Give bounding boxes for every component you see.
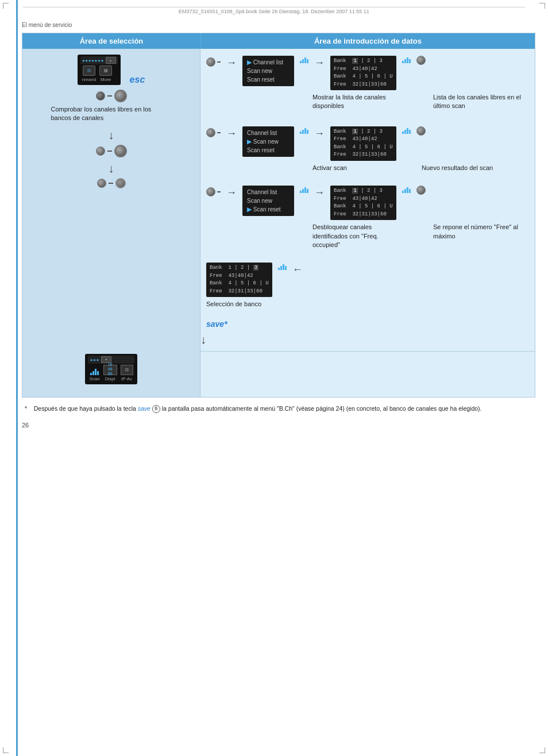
menu-s2: Channel list ▶ Scan new Scan reset xyxy=(242,126,294,157)
bars-s3 xyxy=(300,187,308,193)
footnote-text: Después de que haya pulsado la tecla xyxy=(34,405,136,412)
bank-selection-section: Bank 1 | 2 | 3 Free 43|40|42 Bank 4 | 5 … xyxy=(200,257,308,300)
desc-row-1: Mostrar la lista de canales disponibles … xyxy=(200,93,531,115)
knob-top-left xyxy=(96,91,105,101)
left-top-cell: ★★★★★★★ ▪ ⊟ nmand ▤ xyxy=(22,49,200,351)
section-1: → ▶ Channel list Scan new Scan reset xyxy=(200,49,431,93)
corner-mark-br xyxy=(539,747,545,753)
right-sections-cell: → ▶ Channel list Scan new Scan reset xyxy=(200,49,535,351)
knob-s1-left xyxy=(206,57,215,67)
right-desc2-s3: Se repone el número "Free" al máximo xyxy=(433,223,525,249)
header-right: Área de introducción de datos xyxy=(200,33,535,49)
arrow-right-to-bank-s1: → xyxy=(314,57,325,69)
save-row: save* xyxy=(200,315,233,333)
knob-s2-right xyxy=(416,126,426,136)
left-desc-1: Comprobar los canales libres en los banc… xyxy=(48,105,175,123)
desc-row-3: Desbloquear canales identificados con "F… xyxy=(200,223,531,254)
footnote-star: * xyxy=(25,405,27,412)
bars-s1 xyxy=(300,57,308,63)
section-3: → Channel list Scan new ▶ Scan reset xyxy=(200,180,431,223)
knob-s3-left xyxy=(206,187,215,196)
left-bottom-cell: ★★★ ▪ xyxy=(22,351,200,397)
knob-s3-right xyxy=(416,186,426,195)
knob-mid-left xyxy=(96,146,105,156)
bank-s3: Bank 1 | 2 | 3 Free 43|40|42 Bank 4 | 5 … xyxy=(330,186,396,220)
knob-mid2-left xyxy=(97,179,106,188)
bars-bank-sel xyxy=(278,264,287,270)
header-row: Área de selección Área de introducción d… xyxy=(22,33,535,49)
arrow-down-left: ↓ xyxy=(109,129,114,142)
header-left: Área de selección xyxy=(22,33,200,49)
breadcrumb: El menú de servicio xyxy=(22,22,535,28)
corner-mark-tl xyxy=(3,3,9,9)
top-section: ★★★★★★★ ▪ ⊟ nmand ▤ xyxy=(22,49,535,351)
knob-mid2 xyxy=(115,178,126,188)
right-desc-s1: Mostrar la lista de canales disponibles xyxy=(312,93,404,111)
knob-mid xyxy=(114,145,127,157)
corner-mark-bl xyxy=(3,747,9,753)
mid-arrow-1 xyxy=(357,115,535,118)
bars-s2-right xyxy=(402,128,411,134)
diagram-container: Área de selección Área de introducción d… xyxy=(22,33,535,398)
arrow-down-save: ↓ xyxy=(200,333,206,351)
bars-s2 xyxy=(300,128,308,134)
bars-s1-right xyxy=(402,57,411,63)
desc-row-2: Activar scan Nuevo resultado del scan xyxy=(200,164,499,177)
bank-selection: Bank 1 | 2 | 3 Free 43|40|42 Bank 4 | 5 … xyxy=(206,263,272,297)
arrow-right-s3: → xyxy=(226,187,237,199)
margin-line xyxy=(16,0,18,756)
knob-s1-right xyxy=(416,56,426,65)
arrow-right-to-bank-s3: → xyxy=(314,187,325,199)
section-2: → Channel list ▶ Scan new Scan reset xyxy=(200,121,431,164)
page-number: 26 xyxy=(22,422,535,429)
save-label: save* xyxy=(206,319,227,329)
bottom-section: ★★★ ▪ xyxy=(22,351,535,397)
top-device-widget: ★★★★★★★ ▪ ⊟ nmand ▤ xyxy=(78,55,145,85)
footnote-circle-num: 8 xyxy=(152,405,160,413)
bank-s2: Bank 1 | 2 | 3 Free 43|40|42 Bank 4 | 5 … xyxy=(330,126,396,161)
right-desc-s2: Activar scan xyxy=(312,164,393,172)
bank-sel-desc-row: Selección de banco xyxy=(200,300,313,311)
bars-s3-right xyxy=(402,187,411,193)
arrow-right-s1: → xyxy=(226,57,237,69)
arrow-left-bank: ← xyxy=(292,264,303,276)
right-desc2-s2: Nuevo resultado del scan xyxy=(422,164,493,172)
arrow-down-left2: ↓ xyxy=(109,162,114,175)
footnote-save-inline: save xyxy=(138,405,152,412)
bank-s1: Bank 1 | 2 | 3 Free 43|40|42 Bank 4 | 5 … xyxy=(330,56,396,90)
arrow-right-s2: → xyxy=(226,128,237,140)
footnote-rest: la pantalla pasa automáticamente al menú… xyxy=(162,405,482,412)
file-info: EM3732_516551_0108_Sp6.book Seite 26 Die… xyxy=(23,7,525,14)
bank-sel-desc: Selección de banco xyxy=(206,300,261,308)
right-desc-s3: Desbloquear canales identificados con "F… xyxy=(312,223,404,249)
knob-s2-left xyxy=(206,128,215,137)
arrow-right-to-bank-s2: → xyxy=(314,128,325,140)
right-desc2-s1: Lista de los canales libres en el último… xyxy=(433,93,525,111)
knob-arrow-down xyxy=(114,90,127,102)
esc-label: esc xyxy=(130,75,145,85)
footnote: * Después de que haya pulsado la tecla s… xyxy=(22,404,535,414)
corner-mark-tr xyxy=(539,3,545,9)
menu-s1: ▶ Channel list Scan new Scan reset xyxy=(242,56,294,86)
menu-s3: Channel list Scan new ▶ Scan reset xyxy=(242,186,294,216)
